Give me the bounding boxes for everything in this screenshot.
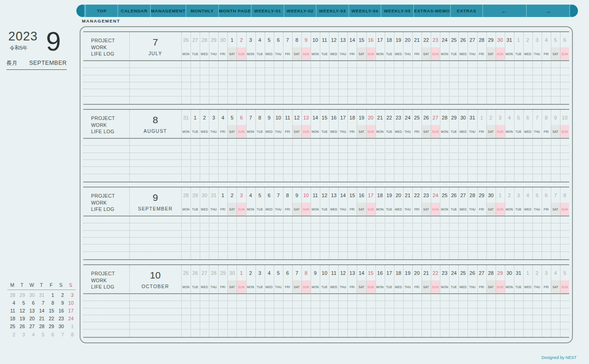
mini-day-cell: 9 — [56, 299, 66, 307]
era-label: 令和5年 — [10, 45, 28, 51]
day-cell: 18FRI — [347, 110, 357, 138]
day-number: 14 — [311, 110, 320, 125]
weekday-label: TUE — [320, 125, 329, 138]
day-cell: 28THU — [468, 188, 477, 216]
day-cell: 15SAT — [357, 32, 366, 60]
weekday-label: SUN — [560, 203, 569, 216]
day-cell: 4WED — [523, 188, 532, 216]
day-cell: 24THU — [403, 110, 412, 138]
tab-top[interactable]: TOP — [86, 5, 117, 17]
day-cell: 13WED — [329, 188, 338, 216]
weekday-label: TUE — [514, 203, 523, 216]
day-number: 19 — [394, 32, 403, 47]
day-cell: 7SAT — [551, 188, 560, 216]
day-number: 22 — [431, 265, 440, 280]
tab-extras-memo[interactable]: EXTRAS-MEMO — [414, 5, 450, 17]
mini-day-cell: 24 — [66, 315, 75, 323]
nav-arrow-right-button[interactable]: → — [527, 5, 569, 17]
tab-weekly-01[interactable]: WEEKLY-01 — [252, 5, 283, 17]
weekday-label: MON — [181, 280, 191, 293]
management-panel: PROJECTWORKLIFE LOG7JULY26MON27TUE28WED2… — [80, 26, 573, 343]
day-cell: 29SAT — [486, 32, 496, 60]
day-cell: 15FRI — [347, 188, 357, 216]
weekday-label: FRI — [477, 280, 486, 293]
day-cell: 26TUE — [449, 188, 458, 216]
day-number: 27 — [477, 265, 486, 280]
day-number: 16 — [329, 110, 338, 125]
day-cell: 26THU — [468, 265, 477, 293]
day-cell: 5SAT — [227, 110, 237, 138]
day-cell: 1FRI — [477, 110, 486, 138]
day-cell: 1SUN — [237, 265, 246, 293]
day-cell: 20SUN — [366, 110, 375, 138]
day-cell: 13FRI — [347, 265, 357, 293]
day-number: 28 — [477, 32, 486, 47]
weekday-label: FRI — [283, 280, 292, 293]
day-cell: 4FRI — [542, 32, 551, 60]
month-link-august[interactable]: 8AUGUST — [129, 110, 181, 138]
day-number: 17 — [375, 32, 385, 47]
month-link-september[interactable]: 9SEPTEMBER — [129, 188, 181, 216]
day-number: 11 — [283, 110, 292, 125]
weekday-label: SAT — [422, 280, 431, 293]
month-name-line: 長月 SEPTEMBER — [6, 59, 67, 70]
weekday-label: THU — [338, 280, 347, 293]
weekday-label: WED — [200, 125, 209, 138]
mini-day-cell: 7 — [36, 299, 46, 307]
day-cell: 31THU — [209, 188, 218, 216]
weekday-label: SAT — [357, 125, 366, 138]
tab-weekly-02[interactable]: WEEKLY-02 — [284, 5, 316, 17]
mini-day-cell: 8 — [66, 330, 75, 338]
day-cell: 28MON — [440, 110, 449, 138]
tab-management[interactable]: MANAGEMENT — [151, 5, 185, 17]
weekday-label: SAT — [422, 47, 431, 60]
day-number: 29 — [477, 188, 486, 203]
day-cell: 25TUE — [449, 32, 458, 60]
row-label: PROJECT — [91, 193, 129, 199]
day-number: 17 — [366, 188, 375, 203]
writing-row — [83, 68, 569, 75]
mini-day-cell: 3 — [17, 330, 27, 338]
tab-monthly[interactable]: MONTHLY — [186, 5, 218, 17]
weekday-label: WED — [265, 203, 274, 216]
tab-calendar[interactable]: CALENDAR — [118, 5, 150, 17]
day-cell: 4MON — [246, 188, 255, 216]
mini-weekday-label: M — [7, 282, 17, 288]
mini-day-cell: 31 — [36, 291, 46, 299]
weekday-label: WED — [458, 47, 468, 60]
mini-day-cell: 5 — [36, 330, 46, 338]
day-number: 7 — [292, 265, 301, 280]
row-label: LIFE LOG — [91, 284, 129, 290]
month-link-july[interactable]: 7JULY — [129, 32, 181, 60]
weekday-label: FRI — [412, 280, 422, 293]
weekday-label: MON — [440, 280, 449, 293]
weekday-label: THU — [274, 47, 283, 60]
day-cell: 11MON — [311, 188, 320, 216]
day-cell: 7FRI — [283, 32, 292, 60]
weekday-label: TUE — [191, 47, 200, 60]
weekday-label: SAT — [357, 47, 366, 60]
month-name: OCTOBER — [141, 284, 169, 289]
nav-arrow-left-button[interactable]: ← — [483, 5, 525, 17]
day-cell: 11WED — [329, 265, 338, 293]
day-number: 30 — [458, 110, 468, 125]
writing-row — [83, 167, 569, 174]
weekday-label: SAT — [486, 203, 496, 216]
month-section-august: PROJECTWORKLIFE LOG8AUGUST31MON1TUE2WED3… — [83, 109, 569, 182]
weekday-label: WED — [265, 47, 274, 60]
day-number: 23 — [431, 32, 440, 47]
weekday-label: TUE — [385, 125, 394, 138]
tab-weekly-04[interactable]: WEEKLY-04 — [349, 5, 381, 17]
day-number: 19 — [385, 188, 394, 203]
day-number: 26 — [181, 32, 191, 47]
day-number: 10 — [560, 110, 569, 125]
month-link-october[interactable]: 10OCTOBER — [129, 265, 181, 293]
tab-weekly-03[interactable]: WEEKLY-03 — [317, 5, 348, 17]
mini-day-cell: 27 — [27, 323, 36, 330]
tab-weekly-05[interactable]: WEEKLY-05 — [381, 5, 413, 17]
day-number: 3 — [255, 265, 265, 280]
tab-extras[interactable]: EXTRAS — [451, 5, 482, 17]
day-cell: 9SAT — [551, 110, 560, 138]
mini-day-cell: 6 — [46, 330, 56, 338]
tab-month-page[interactable]: MONTH PAGE — [219, 5, 251, 17]
